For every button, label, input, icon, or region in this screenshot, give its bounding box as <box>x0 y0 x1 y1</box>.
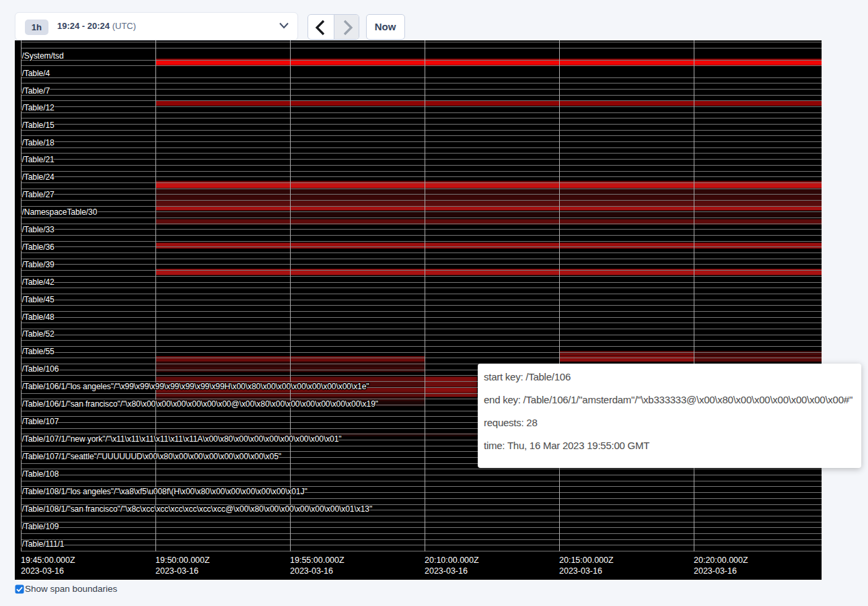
svg-text:/Table/52: /Table/52 <box>22 329 55 339</box>
svg-text:/Table/4: /Table/4 <box>22 69 50 78</box>
svg-text:/Table/21: /Table/21 <box>22 155 55 164</box>
svg-text:20:20:00.000Z: 20:20:00.000Z <box>694 556 748 565</box>
svg-text:2023-03-16: 2023-03-16 <box>155 566 198 576</box>
svg-text:19:50:00.000Z: 19:50:00.000Z <box>155 556 210 565</box>
svg-text:/Table/48: /Table/48 <box>22 312 55 322</box>
svg-text:/Table/42: /Table/42 <box>22 277 55 287</box>
svg-text:/Table/36: /Table/36 <box>22 242 55 252</box>
svg-text:/Table/111/1: /Table/111/1 <box>22 539 65 549</box>
svg-text:/Table/39: /Table/39 <box>22 260 55 269</box>
svg-text:/Table/7: /Table/7 <box>22 86 50 96</box>
svg-text:/Table/15: /Table/15 <box>22 121 55 130</box>
svg-text:/Table/45: /Table/45 <box>22 295 55 304</box>
svg-text:20:10:00.000Z: 20:10:00.000Z <box>425 556 479 565</box>
svg-text:/Table/33: /Table/33 <box>22 225 55 234</box>
svg-text:/Table/107/1/"seattle"/"UUUUUU: /Table/107/1/"seattle"/"UUUUUUD\x00\x80\… <box>22 452 282 461</box>
svg-text:2023-03-16: 2023-03-16 <box>425 566 468 576</box>
svg-text:2023-03-16: 2023-03-16 <box>290 566 333 576</box>
svg-text:19:55:00.000Z: 19:55:00.000Z <box>290 556 345 565</box>
svg-text:/Table/108/1/"san francisco"/": /Table/108/1/"san francisco"/"\x8c\xcc\x… <box>22 504 373 514</box>
svg-text:2023-03-16: 2023-03-16 <box>559 566 602 576</box>
svg-text:/Table/12: /Table/12 <box>22 103 55 112</box>
svg-text:20:15:00.000Z: 20:15:00.000Z <box>559 556 614 565</box>
svg-text:/Table/106/1/"san francisco"/": /Table/106/1/"san francisco"/"\x80\x00\x… <box>22 399 378 409</box>
svg-text:/Table/109: /Table/109 <box>22 522 59 531</box>
svg-text:/Table/106/1/"los angeles"/"\x: /Table/106/1/"los angeles"/"\x99\x99\x99… <box>22 382 369 391</box>
svg-text:/Table/55: /Table/55 <box>22 347 55 356</box>
svg-text:/NamespaceTable/30: /NamespaceTable/30 <box>22 207 98 217</box>
svg-text:/Table/107: /Table/107 <box>22 417 59 426</box>
svg-text:/Table/108/1/"los angeles"/"\x: /Table/108/1/"los angeles"/"\xa8\xf5\u00… <box>22 487 308 496</box>
svg-text:19:45:00.000Z: 19:45:00.000Z <box>21 556 75 565</box>
svg-text:/System/tsd: /System/tsd <box>22 51 64 61</box>
svg-text:/Table/106: /Table/106 <box>22 364 59 374</box>
svg-text:2023-03-16: 2023-03-16 <box>21 566 64 576</box>
svg-text:/Table/24: /Table/24 <box>22 172 55 182</box>
svg-text:/Table/27: /Table/27 <box>22 190 55 199</box>
svg-text:2023-03-16: 2023-03-16 <box>694 566 737 576</box>
svg-text:/Table/108: /Table/108 <box>22 469 59 479</box>
svg-text:/Table/107/1/"new york"/"\x11\: /Table/107/1/"new york"/"\x11\x11\x11\x1… <box>22 434 342 444</box>
svg-text:/Table/18: /Table/18 <box>22 138 55 147</box>
